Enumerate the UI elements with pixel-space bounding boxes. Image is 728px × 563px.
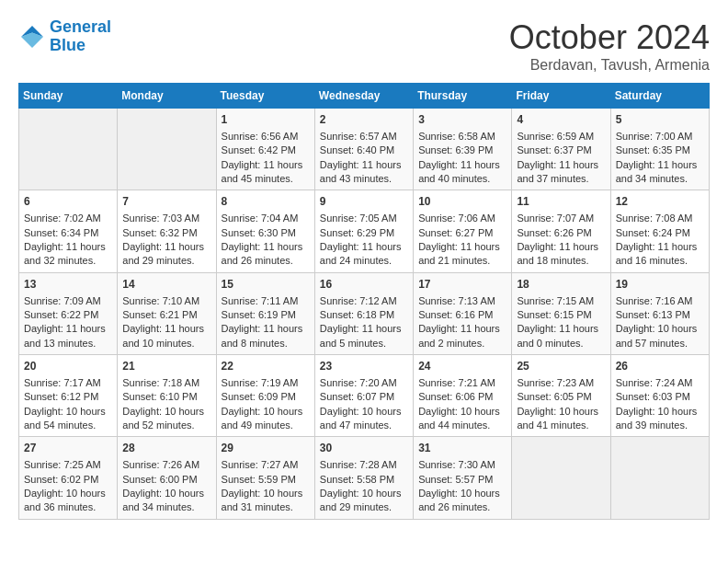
sunset: Sunset: 6:09 PM xyxy=(222,391,296,402)
sunrise: Sunrise: 7:25 AM xyxy=(24,459,101,470)
day-cell: 19Sunrise: 7:16 AMSunset: 6:13 PMDayligh… xyxy=(610,272,709,354)
sunrise: Sunrise: 6:56 AM xyxy=(222,131,299,142)
sunset: Sunset: 6:39 PM xyxy=(418,144,493,155)
day-number: 14 xyxy=(122,277,210,293)
sunrise: Sunrise: 7:16 AM xyxy=(616,295,693,306)
day-number: 24 xyxy=(418,359,506,374)
sunset: Sunset: 6:24 PM xyxy=(616,227,690,238)
sunrise: Sunrise: 7:10 AM xyxy=(122,295,199,306)
day-number: 5 xyxy=(616,112,704,128)
day-cell xyxy=(19,109,118,190)
daylight: Daylight: 10 hours and 49 minutes. xyxy=(222,406,303,431)
logo: General Blue xyxy=(18,18,111,55)
day-number: 10 xyxy=(418,194,506,210)
day-number: 7 xyxy=(122,194,210,210)
sunrise: Sunrise: 7:00 AM xyxy=(616,131,693,142)
sunrise: Sunrise: 7:28 AM xyxy=(320,459,397,470)
daylight: Daylight: 10 hours and 31 minutes. xyxy=(222,488,303,512)
daylight: Daylight: 10 hours and 34 minutes. xyxy=(122,488,204,512)
sunrise: Sunrise: 7:08 AM xyxy=(616,213,693,224)
daylight: Daylight: 10 hours and 36 minutes. xyxy=(24,488,106,512)
day-number: 20 xyxy=(24,359,112,374)
day-number: 25 xyxy=(517,359,605,374)
day-number: 18 xyxy=(517,277,605,293)
sunrise: Sunrise: 7:26 AM xyxy=(122,459,199,470)
day-cell: 16Sunrise: 7:12 AMSunset: 6:18 PMDayligh… xyxy=(314,272,413,354)
sunrise: Sunrise: 7:03 AM xyxy=(122,213,199,224)
week-row-4: 20Sunrise: 7:17 AMSunset: 6:12 PMDayligh… xyxy=(19,355,710,437)
day-number: 12 xyxy=(616,194,704,210)
sunset: Sunset: 6:16 PM xyxy=(418,309,493,320)
day-cell: 14Sunrise: 7:10 AMSunset: 6:21 PMDayligh… xyxy=(118,272,216,354)
week-row-3: 13Sunrise: 7:09 AMSunset: 6:22 PMDayligh… xyxy=(19,272,710,354)
logo-text: General Blue xyxy=(50,18,111,55)
daylight: Daylight: 10 hours and 57 minutes. xyxy=(616,323,698,348)
sunrise: Sunrise: 7:17 AM xyxy=(24,377,101,388)
day-number: 9 xyxy=(320,194,408,210)
daylight: Daylight: 11 hours and 21 minutes. xyxy=(418,241,500,266)
daylight: Daylight: 10 hours and 54 minutes. xyxy=(24,406,106,431)
weekday-header-saturday: Saturday xyxy=(610,84,709,109)
sunset: Sunset: 6:35 PM xyxy=(616,144,690,155)
daylight: Daylight: 11 hours and 34 minutes. xyxy=(616,159,698,184)
day-cell: 18Sunrise: 7:15 AMSunset: 6:15 PMDayligh… xyxy=(512,272,610,354)
sunrise: Sunrise: 6:58 AM xyxy=(418,131,495,142)
daylight: Daylight: 11 hours and 8 minutes. xyxy=(222,323,303,348)
sunset: Sunset: 6:18 PM xyxy=(320,309,394,320)
day-cell: 24Sunrise: 7:21 AMSunset: 6:06 PMDayligh… xyxy=(414,355,512,437)
day-cell xyxy=(512,437,610,519)
sunset: Sunset: 6:30 PM xyxy=(222,227,296,238)
day-cell: 17Sunrise: 7:13 AMSunset: 6:16 PMDayligh… xyxy=(414,272,512,354)
day-cell: 5Sunrise: 7:00 AMSunset: 6:35 PMDaylight… xyxy=(610,109,709,190)
sunrise: Sunrise: 7:11 AM xyxy=(222,295,299,306)
sunset: Sunset: 5:57 PM xyxy=(418,474,493,485)
sunrise: Sunrise: 7:09 AM xyxy=(24,295,101,306)
day-cell: 1Sunrise: 6:56 AMSunset: 6:42 PMDaylight… xyxy=(216,109,314,190)
sunset: Sunset: 6:40 PM xyxy=(320,144,394,155)
day-cell: 25Sunrise: 7:23 AMSunset: 6:05 PMDayligh… xyxy=(512,355,610,437)
day-cell: 28Sunrise: 7:26 AMSunset: 6:00 PMDayligh… xyxy=(118,437,216,519)
sunrise: Sunrise: 7:24 AM xyxy=(616,377,693,388)
sunset: Sunset: 6:29 PM xyxy=(320,227,394,238)
daylight: Daylight: 10 hours and 41 minutes. xyxy=(517,406,598,431)
sunset: Sunset: 5:59 PM xyxy=(222,474,296,485)
sunset: Sunset: 6:00 PM xyxy=(122,474,197,485)
day-number: 31 xyxy=(418,441,506,456)
month-title: October 2024 xyxy=(509,18,710,57)
sunset: Sunset: 6:07 PM xyxy=(320,391,394,402)
daylight: Daylight: 11 hours and 18 minutes. xyxy=(517,241,598,266)
sunrise: Sunrise: 7:05 AM xyxy=(320,213,397,224)
day-cell: 13Sunrise: 7:09 AMSunset: 6:22 PMDayligh… xyxy=(19,272,118,354)
calendar-header: SundayMondayTuesdayWednesdayThursdayFrid… xyxy=(19,84,710,109)
day-cell xyxy=(610,437,709,519)
day-cell: 3Sunrise: 6:58 AMSunset: 6:39 PMDaylight… xyxy=(414,109,512,190)
week-row-2: 6Sunrise: 7:02 AMSunset: 6:34 PMDaylight… xyxy=(19,190,710,272)
daylight: Daylight: 11 hours and 26 minutes. xyxy=(222,241,303,266)
sunset: Sunset: 6:13 PM xyxy=(616,309,690,320)
day-cell: 27Sunrise: 7:25 AMSunset: 6:02 PMDayligh… xyxy=(19,437,118,519)
daylight: Daylight: 11 hours and 10 minutes. xyxy=(122,323,204,348)
sunset: Sunset: 6:21 PM xyxy=(122,309,197,320)
day-cell: 11Sunrise: 7:07 AMSunset: 6:26 PMDayligh… xyxy=(512,190,610,272)
sunset: Sunset: 6:42 PM xyxy=(222,144,296,155)
weekday-row: SundayMondayTuesdayWednesdayThursdayFrid… xyxy=(19,84,710,109)
sunset: Sunset: 6:22 PM xyxy=(24,309,98,320)
sunrise: Sunrise: 7:23 AM xyxy=(517,377,594,388)
page-header: General Blue October 2024 Berdavan, Tavu… xyxy=(18,18,710,74)
day-cell xyxy=(118,109,216,190)
day-cell: 9Sunrise: 7:05 AMSunset: 6:29 PMDaylight… xyxy=(314,190,413,272)
day-cell: 21Sunrise: 7:18 AMSunset: 6:10 PMDayligh… xyxy=(118,355,216,437)
sunset: Sunset: 6:06 PM xyxy=(418,391,493,402)
logo-icon xyxy=(18,23,46,51)
day-cell: 6Sunrise: 7:02 AMSunset: 6:34 PMDaylight… xyxy=(19,190,118,272)
daylight: Daylight: 11 hours and 16 minutes. xyxy=(616,241,698,266)
day-cell: 23Sunrise: 7:20 AMSunset: 6:07 PMDayligh… xyxy=(314,355,413,437)
day-number: 29 xyxy=(222,441,310,456)
day-number: 26 xyxy=(616,359,704,374)
sunrise: Sunrise: 6:57 AM xyxy=(320,131,397,142)
day-number: 27 xyxy=(24,441,112,456)
day-number: 11 xyxy=(517,194,605,210)
logo-line2: Blue xyxy=(50,36,85,54)
sunrise: Sunrise: 7:21 AM xyxy=(418,377,495,388)
daylight: Daylight: 11 hours and 0 minutes. xyxy=(517,323,598,348)
